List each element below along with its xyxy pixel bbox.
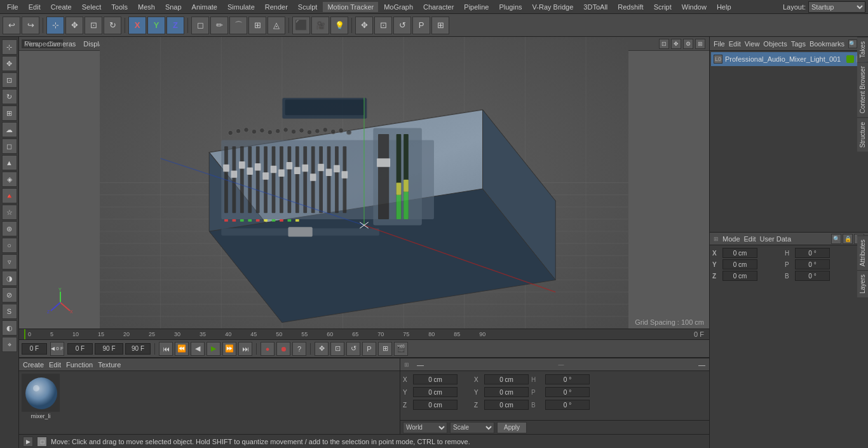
floor-button[interactable]: ⬛	[292, 17, 310, 34]
end-frame-input[interactable]	[95, 343, 123, 355]
obj-menu-bookmarks[interactable]: Bookmarks	[810, 40, 844, 48]
menu-sculpt[interactable]: Sculpt	[294, 2, 322, 12]
end-frame2-input[interactable]	[125, 343, 151, 355]
menu-select[interactable]: Select	[78, 2, 106, 12]
tool-10[interactable]: 🔺	[2, 188, 17, 203]
apply-button[interactable]: Apply	[497, 422, 527, 433]
tool-19[interactable]: ⌖	[2, 337, 17, 352]
pb-loop[interactable]: ↺	[346, 342, 360, 356]
obj-menu-tags[interactable]: Tags	[791, 40, 806, 48]
play-back-button[interactable]: ◀	[191, 342, 205, 356]
tool-move[interactable]: ✥	[2, 56, 17, 71]
attr-mgr-edit[interactable]: Edit	[744, 235, 756, 243]
tool-8[interactable]: ▲	[2, 155, 17, 170]
poly-button[interactable]: P	[412, 17, 430, 34]
grid-tool-button[interactable]: ⊞	[431, 17, 449, 34]
attr-y-pos[interactable]	[413, 387, 458, 397]
play-button[interactable]: ▶	[207, 342, 220, 356]
takes-tab[interactable]: Takes	[857, 37, 868, 62]
record-button[interactable]: ⏺	[276, 342, 290, 356]
attr-mgr-userdata[interactable]: User Data	[760, 235, 792, 243]
move-tool-button[interactable]: ✥	[65, 17, 83, 34]
world-select[interactable]: World	[403, 422, 447, 433]
layout-dropdown[interactable]: Startup	[808, 1, 865, 13]
mat-menu-edit[interactable]: Edit	[49, 361, 61, 369]
attr-mgr-mode[interactable]: Mode	[722, 235, 740, 243]
coord-h-input[interactable]	[795, 248, 830, 258]
attr-z-pos2[interactable]	[484, 400, 529, 410]
menu-pipeline[interactable]: Pipeline	[459, 2, 493, 12]
tool-17[interactable]: S	[2, 304, 17, 319]
spline-tool-button[interactable]: ⌒	[229, 17, 247, 34]
help-button[interactable]: ?	[292, 342, 306, 356]
coord-x-pos[interactable]	[722, 248, 757, 258]
coord-p-input[interactable]	[795, 259, 830, 269]
light-button[interactable]: 💡	[330, 17, 348, 34]
obj-menu-edit[interactable]: Edit	[729, 40, 741, 48]
timeline-ruler[interactable]: 0 5 10 15 20 25 30 35 40 45 50 55 60 65 …	[19, 329, 709, 340]
pb-box[interactable]: ⊡	[330, 342, 344, 356]
tool-14[interactable]: ▿	[2, 254, 17, 269]
menu-snap[interactable]: Snap	[161, 2, 186, 12]
menu-file[interactable]: File	[3, 2, 23, 12]
content-browser-tab[interactable]: Content Browser	[857, 62, 868, 117]
menu-simulate[interactable]: Simulate	[223, 2, 259, 12]
attr-mgr-lock-icon[interactable]: 🔒	[843, 234, 853, 244]
menu-3dtoall[interactable]: 3DToAll	[579, 2, 612, 12]
tool-6[interactable]: ☁	[2, 122, 17, 137]
attr-z-pos[interactable]	[413, 400, 458, 410]
coord-b-input[interactable]	[795, 271, 830, 281]
attr-b-val[interactable]	[545, 400, 590, 410]
frame-minus-btn[interactable]: ◀ 0 F	[50, 342, 64, 356]
menu-vray[interactable]: V-Ray Bridge	[528, 2, 578, 12]
attr-h-val[interactable]	[545, 374, 590, 384]
material-item[interactable]: mixer_li	[22, 374, 60, 419]
menu-mesh[interactable]: Mesh	[133, 2, 159, 12]
rotate-tool-button[interactable]: ↻	[104, 17, 121, 34]
loop-sel-button[interactable]: ↺	[393, 17, 411, 34]
viewport-canvas[interactable]: Perspective Grid Spacing : 100 cm Y X Z	[19, 37, 709, 329]
structure-tab[interactable]: Structure	[857, 118, 868, 152]
undo-button[interactable]: ↩	[3, 17, 20, 34]
attributes-tab[interactable]: Attributes	[857, 235, 868, 270]
menu-plugins[interactable]: Plugins	[494, 2, 526, 12]
mat-menu-texture[interactable]: Texture	[98, 361, 121, 369]
menu-mograph[interactable]: MoGraph	[379, 2, 417, 12]
menu-help[interactable]: Help	[712, 2, 736, 12]
tool-7[interactable]: ◻	[2, 139, 17, 154]
sculpt-tool-button[interactable]: ◬	[268, 17, 285, 34]
pb-move[interactable]: ✥	[315, 342, 329, 356]
object-item-mixer[interactable]: L0 Professional_Audio_Mixer_Light_001	[711, 52, 867, 66]
menu-create[interactable]: Create	[46, 2, 76, 12]
menu-edit[interactable]: Edit	[24, 2, 45, 12]
step-back-button[interactable]: ⏪	[175, 342, 189, 356]
menu-character[interactable]: Character	[419, 2, 458, 12]
attr-x-pos2[interactable]	[484, 374, 529, 384]
coord-z-pos[interactable]	[722, 271, 757, 281]
current-frame-input[interactable]	[67, 343, 93, 355]
obj-menu-file[interactable]: File	[714, 40, 725, 48]
x-axis-button[interactable]: X	[128, 17, 146, 34]
attr-mgr-search-icon[interactable]: 🔍	[831, 234, 841, 244]
menu-script[interactable]: Script	[649, 2, 676, 12]
obj-menu-objects[interactable]: Objects	[763, 40, 787, 48]
redo-button[interactable]: ↪	[22, 17, 39, 34]
go-start-button[interactable]: ⏮	[159, 342, 173, 356]
cube-object-button[interactable]: ◻	[191, 17, 209, 34]
material-thumbnail[interactable]	[22, 374, 60, 412]
menu-motion-tracker[interactable]: Motion Tracker	[323, 2, 378, 12]
y-axis-button[interactable]: Y	[147, 17, 165, 34]
tool-5[interactable]: ⊞	[2, 105, 17, 121]
camera-button[interactable]: 🎥	[311, 17, 329, 34]
tool-16[interactable]: ⊘	[2, 287, 17, 302]
box-tool-button[interactable]: ⊡	[374, 17, 392, 34]
mat-menu-create[interactable]: Create	[23, 361, 44, 369]
loop-button[interactable]: ●	[261, 342, 275, 356]
pen-tool-button[interactable]: ✏	[210, 17, 228, 34]
mat-menu-function[interactable]: Function	[66, 361, 93, 369]
tool-scale[interactable]: ⊡	[2, 72, 17, 88]
menu-animate[interactable]: Animate	[187, 2, 222, 12]
attr-y-pos2[interactable]	[484, 387, 529, 397]
tool-select[interactable]: ⊹	[2, 39, 17, 55]
tool-13[interactable]: ○	[2, 238, 17, 253]
